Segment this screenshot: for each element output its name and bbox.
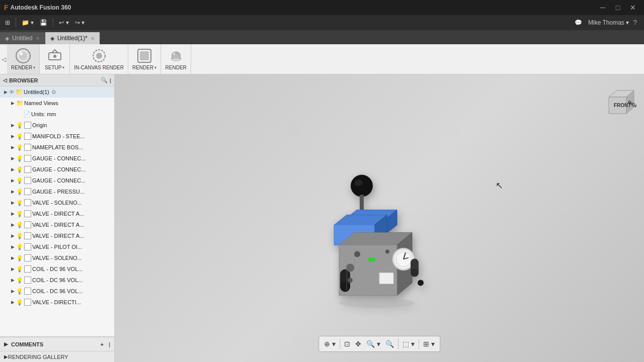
item-label: MANIFOLD - STEE... [32,133,85,139]
list-item[interactable]: ▶ 💡 GAUGE - PRESSU... [0,186,114,197]
svg-point-18 [355,180,363,186]
list-item[interactable]: ▶ 💡 GAUGE - CONNEC... [0,164,114,175]
list-item[interactable]: ▶ 💡 NAMEPLATE BOS... [0,142,114,153]
tab-close-untitled[interactable]: ✕ [36,36,40,41]
visibility-checkbox[interactable] [24,221,31,228]
redo-button[interactable]: ↪ ▾ [73,18,87,27]
item-label: VALVE - SOLENO... [32,200,82,206]
expand-comments[interactable]: ▶ [4,341,8,347]
comments-collapse[interactable]: | [109,341,110,347]
tab-label-untitled1: Untitled(1)* [57,35,88,42]
expand-arrow: ▶ [9,123,16,128]
tab-icon-untitled1: ◈ [50,35,54,42]
pan-button[interactable]: ✥ [353,338,363,350]
list-item[interactable]: ▶ 💡 VALVE - DIRECTI... [0,297,114,308]
svg-point-6 [96,53,102,59]
ribbon-incanvas[interactable]: IN-CANVAS RENDER [70,44,128,74]
list-item[interactable]: ▶ 💡 VALVE - DIRECT A... [0,230,114,241]
ribbon-render3[interactable]: RENDER [161,44,191,74]
tab-untitled1[interactable]: ◈ Untitled(1)* ✕ [45,32,100,44]
list-item[interactable]: ▶ 💡 COIL - DC 96 VOL... [0,286,114,297]
minimize-button[interactable]: ─ [596,3,610,13]
svg-point-10 [173,53,175,55]
list-item[interactable]: ▶ 💡 VALVE - SOLENO... [0,252,114,263]
display-mode-button[interactable]: ⬚ ▾ [400,338,417,350]
list-item[interactable]: 📄 Units: mm [0,109,114,120]
visibility-checkbox[interactable] [24,299,31,306]
tab-untitled[interactable]: ◈ Untitled ✕ [0,32,45,44]
sidebar-toggle[interactable]: ◁ [0,44,7,74]
visibility-checkbox[interactable] [24,277,31,284]
visibility-checkbox[interactable] [24,177,31,184]
toolbar-sep1 [340,339,340,349]
gallery-label: RENDERING GALLERY [8,354,68,360]
visibility-checkbox[interactable] [24,243,31,250]
view-cube[interactable]: FRONT RIGHT [599,84,634,120]
maximize-button[interactable]: □ [611,3,625,13]
list-item[interactable]: ▶ 💡 VALVE - SOLENO... [0,197,114,208]
app-icon: F Autodesk Fusion 360 [4,4,71,12]
zoom-in-button[interactable]: 🔍 [383,338,396,350]
browser-collapse-right[interactable]: | [110,77,111,83]
visibility-checkbox[interactable] [24,122,31,129]
viewport-toolbar: ⊕ ▾ ⊡ ✥ 🔍 ▾ 🔍 ⬚ ▾ ⊞ ▾ [318,336,440,352]
grid-button[interactable]: ⊞ ▾ [421,338,437,350]
toolbar-sep2 [398,339,398,349]
viewport[interactable]: ⊕ ⊕ ⊕ ⊕ ⊕ ⊕ [115,74,644,362]
list-item[interactable]: ▶ 💡 MANIFOLD - STEE... [0,131,114,142]
list-item[interactable]: ▶ 💡 VALVE - DIRECT A... [0,219,114,230]
ribbon-render[interactable]: RENDER ▾ [7,44,40,74]
ribbon-render2[interactable]: RENDER ▾ [128,44,161,74]
undo-button[interactable]: ↩ ▾ [57,18,70,27]
visibility-checkbox[interactable] [24,188,31,195]
visibility-checkbox[interactable] [24,288,31,295]
orbit-button[interactable]: ⊕ ▾ [322,338,338,350]
open-button[interactable]: 📁 ▾ [20,18,36,27]
expand-gallery[interactable]: ▶ [4,354,8,359]
item-label: GAUGE - CONNEC... [32,166,86,172]
grid-button[interactable]: ⊞ [3,18,12,27]
expand-arrow: ▶ [2,89,9,95]
visibility-checkbox[interactable] [24,210,31,217]
expand-arrow: ▶ [9,244,16,249]
list-item[interactable]: ▶ 💡 COIL - DC 96 VOL... [0,263,114,275]
list-item[interactable]: ▶ 👁 📁 Untitled(1) ⚙ [0,86,114,98]
svg-point-48 [346,264,354,272]
add-comment-button[interactable]: + [100,341,103,347]
visibility-checkbox[interactable] [24,133,31,140]
list-item[interactable]: ▶ 💡 VALVE - PILOT OI... [0,241,114,252]
tree-items-container: ▶ 💡 MANIFOLD - STEE... ▶ 💡 NAMEPLATE BOS… [0,131,114,308]
visibility-checkbox[interactable] [24,155,31,162]
user-name[interactable]: Mike Thomas ▾ [588,19,629,26]
visibility-checkbox[interactable] [24,166,31,173]
fit-view-button[interactable]: ⊡ [342,338,352,350]
expand-arrow: ▶ [9,101,16,106]
header-right: 💬 Mike Thomas ▾ ? [573,18,641,27]
list-item[interactable]: ▶ 📁 Named Views [0,98,114,109]
visibility-checkbox[interactable] [24,199,31,206]
visibility-icon: 💡 [16,266,24,273]
list-item[interactable]: ▶ 💡 COIL - DC 96 VOL... [0,275,114,286]
browser-collapse-left[interactable]: ◁ [3,77,7,83]
list-item[interactable]: ▶ 💡 Origin [0,120,114,131]
window-controls: ─ □ ✕ [596,3,640,13]
visibility-checkbox[interactable] [24,254,31,261]
tab-close-untitled1[interactable]: ✕ [91,36,95,41]
ribbon-setup[interactable]: SETUP ▾ [40,44,70,74]
comments-button[interactable]: 💬 [573,18,584,27]
list-item[interactable]: ▶ 💡 GAUGE - CONNEC... [0,153,114,164]
list-item[interactable]: ▶ 💡 GAUGE - CONNEC... [0,175,114,186]
help-button[interactable]: ? [633,19,637,27]
browser-search[interactable]: 🔍 [101,77,108,83]
visibility-checkbox[interactable] [24,265,31,273]
visibility-checkbox[interactable] [24,144,31,151]
item-label: COIL - DC 96 VOL... [32,277,83,283]
visibility-checkbox[interactable] [24,232,31,239]
list-item[interactable]: ▶ 💡 VALVE - DIRECT A... [0,208,114,219]
ribbon: ◁ RENDER ▾ SETUP ▾ [0,44,644,74]
browser-header: ◁ BROWSER 🔍 | [0,74,114,86]
expand-arrow: ▶ [9,233,16,238]
close-button[interactable]: ✕ [626,3,640,13]
zoom-fit-button[interactable]: 🔍 ▾ [364,338,382,350]
save-button[interactable]: 💾 [38,18,49,27]
